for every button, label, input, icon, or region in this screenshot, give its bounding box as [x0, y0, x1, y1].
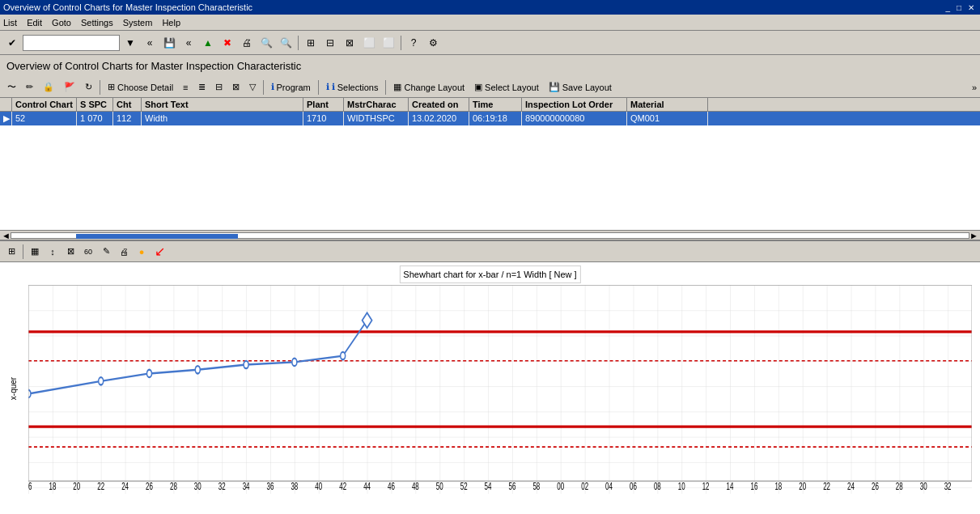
svg-text:32: 32	[944, 482, 952, 492]
maximize-btn[interactable]: □	[954, 3, 964, 12]
col-short-text[interactable]: Short Text	[142, 98, 303, 111]
wave-icon-btn[interactable]: 〜	[3, 79, 20, 96]
col-created-on[interactable]: Created on	[409, 98, 469, 111]
chart-btn-color[interactable]: ●	[134, 244, 150, 260]
menu-edit[interactable]: Edit	[27, 18, 42, 28]
up-btn[interactable]: ▲	[199, 34, 217, 52]
tb-btn3[interactable]: ⊠	[341, 34, 358, 52]
menu-system[interactable]: System	[123, 18, 153, 28]
scroll-right-btn[interactable]: ►	[969, 231, 978, 240]
toolbar-input[interactable]	[23, 35, 120, 51]
cancel-btn[interactable]: ✖	[218, 34, 236, 52]
expand-btn[interactable]: »	[972, 83, 977, 92]
menu-goto[interactable]: Goto	[52, 18, 71, 28]
change-layout-btn[interactable]: ▦ Change Layout	[389, 79, 469, 96]
print-btn[interactable]: 🖨	[238, 34, 256, 52]
select-layout-icon: ▣	[474, 82, 482, 92]
cell-time: 06:19:18	[469, 112, 522, 125]
close-btn[interactable]: ✕	[965, 3, 977, 12]
menu-help[interactable]: Help	[162, 18, 180, 28]
cell-plant: 1710	[303, 112, 344, 125]
data-panel: Overview of Control Charts for Master In…	[0, 55, 980, 241]
col-plant[interactable]: Plant	[303, 98, 344, 111]
align4-btn[interactable]: ⊠	[228, 79, 244, 96]
svg-text:16: 16	[750, 482, 757, 492]
flag-btn[interactable]: 🚩	[60, 79, 79, 96]
save-btn[interactable]: 💾	[160, 34, 178, 52]
back-btn[interactable]: «	[141, 34, 159, 52]
h-scrollbar[interactable]: ◄ ►	[0, 230, 980, 240]
svg-point-19	[195, 366, 200, 373]
tb-btn2[interactable]: ⊟	[321, 34, 339, 52]
minimize-btn[interactable]: _	[943, 3, 952, 12]
col-control-chart[interactable]: Control Chart	[12, 98, 77, 111]
pencil-btn[interactable]: ✏	[22, 79, 37, 96]
settings-btn[interactable]: ⚙	[424, 34, 442, 52]
align2-btn[interactable]: ≣	[194, 79, 210, 96]
help-btn[interactable]: ?	[405, 34, 422, 52]
chart-btn-60[interactable]: 60	[80, 244, 96, 260]
svg-text:06: 06	[630, 482, 637, 492]
col-cht[interactable]: Cht	[113, 98, 142, 111]
prev-btn[interactable]: «	[180, 34, 197, 52]
chart-btn-table[interactable]: ⊞	[3, 244, 19, 260]
align3-btn[interactable]: ⊟	[211, 79, 227, 96]
choose-detail-btn[interactable]: ⊞ Choose Detail	[104, 79, 177, 96]
col-mstr-charac[interactable]: MstrCharac	[344, 98, 409, 111]
menu-list[interactable]: List	[3, 18, 17, 28]
col-sspc[interactable]: S SPC	[77, 98, 113, 111]
chart-btn-print[interactable]: 🖨	[116, 244, 132, 260]
lock-btn[interactable]: 🔒	[39, 79, 58, 96]
save-layout-btn[interactable]: 💾 Save Layout	[545, 79, 616, 96]
svg-text:28: 28	[896, 482, 903, 492]
svg-text:30: 30	[920, 482, 927, 492]
col-time[interactable]: Time	[469, 98, 522, 111]
svg-text:24: 24	[121, 482, 129, 492]
scroll-thumb[interactable]	[76, 234, 238, 239]
tb-btn1[interactable]: ⊞	[302, 34, 320, 52]
svg-point-20	[244, 361, 248, 368]
row-indicator: ▶	[0, 112, 12, 125]
svg-text:26: 26	[872, 482, 879, 492]
sep4	[263, 80, 264, 95]
scroll-left-btn[interactable]: ◄	[2, 231, 11, 240]
program-label: Program	[277, 83, 311, 92]
chart-btn-grid[interactable]: ▦	[27, 244, 43, 260]
main-area: Overview of Control Charts for Master In…	[0, 55, 980, 514]
dropdown-btn[interactable]: ▼	[121, 34, 139, 52]
chart-btn-scale[interactable]: ↕	[45, 244, 61, 260]
svg-text:14: 14	[727, 482, 734, 492]
col-inspection-lot[interactable]: Inspection Lot Order	[522, 98, 627, 111]
svg-text:46: 46	[388, 482, 395, 492]
filter-btn[interactable]: ▽	[245, 79, 260, 96]
svg-text:50: 50	[436, 482, 443, 492]
svg-text:12: 12	[702, 482, 710, 492]
find2-btn[interactable]: 🔍	[277, 34, 295, 52]
chart-btn-zoom[interactable]: ⊠	[62, 244, 78, 260]
table-row[interactable]: ▶ 52 1 070 112 Width 1710 WIDTHSPC 13.02…	[0, 112, 980, 125]
tb-btn4[interactable]: ⬜	[360, 34, 378, 52]
menu-settings[interactable]: Settings	[81, 18, 113, 28]
sep6	[385, 80, 386, 95]
info-icon2: ℹ	[326, 82, 329, 92]
scroll-track[interactable]	[11, 232, 969, 239]
svg-rect-1	[28, 285, 972, 494]
tb-btn5[interactable]: ⬜	[380, 34, 397, 52]
svg-text:56: 56	[509, 482, 516, 492]
align1-btn[interactable]: ≡	[179, 79, 192, 96]
select-layout-btn[interactable]: ▣ Select Layout	[470, 79, 543, 96]
svg-text:08: 08	[654, 482, 661, 492]
check-btn[interactable]: ✔	[3, 34, 21, 52]
svg-text:22: 22	[823, 482, 830, 492]
selections-btn[interactable]: ℹ ℹ Selections	[322, 79, 383, 96]
chart-btn-edit[interactable]: ✎	[98, 244, 114, 260]
col-material[interactable]: Material	[627, 98, 708, 111]
find-btn[interactable]: 🔍	[257, 34, 275, 52]
program-btn[interactable]: ℹ Program	[267, 79, 315, 96]
align4-icon: ⊠	[232, 82, 240, 92]
table-header: Control Chart S SPC Cht Short Text Plant…	[0, 98, 980, 112]
align3-icon: ⊟	[215, 82, 223, 92]
svg-text:04: 04	[605, 482, 613, 492]
refresh-btn[interactable]: ↻	[81, 79, 96, 96]
svg-text:42: 42	[339, 482, 346, 492]
